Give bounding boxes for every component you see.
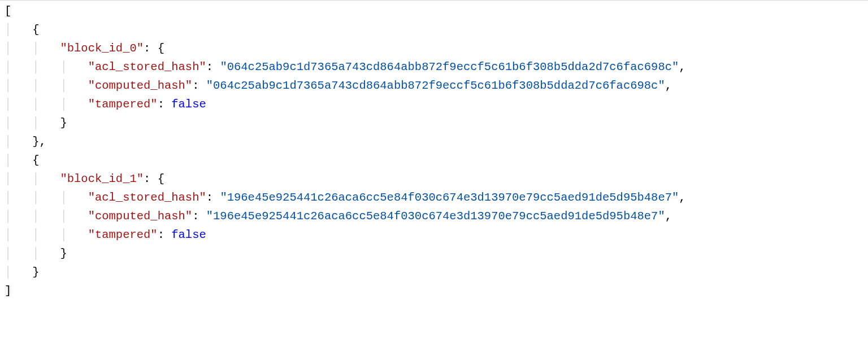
indent-guide: │ │ │ — [5, 98, 88, 111]
indent-guide: │ │ — [5, 172, 60, 185]
indent-guide: │ — [5, 23, 32, 36]
indent-guide: │ │ │ — [5, 228, 88, 241]
indent-guide: │ │ │ — [5, 79, 88, 92]
indent-guide: │ │ — [5, 42, 60, 55]
indent-guide: │ — [5, 135, 32, 148]
json-value-tampered-0: false — [171, 98, 206, 111]
json-comma: , — [665, 79, 672, 92]
json-brace-open: { — [158, 42, 164, 55]
indent-guide: │ │ │ — [5, 60, 88, 73]
json-colon: : — [158, 228, 172, 241]
json-colon: : — [144, 42, 158, 55]
json-value-acl-stored-hash-0: "064c25ab9c1d7365a743cd864abb872f9eccf5c… — [220, 60, 679, 73]
json-output[interactable]: [ │ { │ │ "block_id_0": { │ │ │ "acl_sto… — [0, 1, 868, 301]
json-brace-close: } — [32, 135, 39, 148]
json-key-acl-stored-hash: "acl_stored_hash" — [88, 60, 206, 73]
json-brace-close: } — [32, 266, 39, 279]
json-value-computed-hash-1: "196e45e925441c26aca6cc5e84f030c674e3d13… — [206, 210, 665, 223]
json-brace-close: } — [60, 116, 67, 129]
indent-guide: │ │ — [5, 116, 60, 129]
json-array-close: ] — [5, 284, 11, 297]
json-key-computed-hash: "computed_hash" — [88, 79, 193, 92]
indent-guide: │ — [5, 154, 32, 167]
json-key-computed-hash: "computed_hash" — [88, 210, 193, 223]
json-comma: , — [665, 210, 672, 223]
json-value-computed-hash-0: "064c25ab9c1d7365a743cd864abb872f9eccf5c… — [206, 79, 665, 92]
json-brace-open: { — [32, 154, 39, 167]
json-brace-open: { — [32, 23, 39, 36]
json-comma: , — [40, 135, 46, 148]
json-brace-close: } — [60, 247, 67, 260]
indent-guide: │ │ │ — [5, 191, 88, 204]
json-colon: : — [158, 98, 172, 111]
json-key-block-id-1: "block_id_1" — [60, 172, 144, 185]
indent-guide: │ │ │ — [5, 210, 88, 223]
indent-guide: │ │ — [5, 247, 60, 260]
json-colon: : — [206, 60, 220, 73]
json-brace-open: { — [158, 172, 164, 185]
json-key-tampered: "tampered" — [88, 98, 158, 111]
json-comma: , — [679, 191, 685, 204]
json-colon: : — [144, 172, 158, 185]
json-colon: : — [192, 210, 206, 223]
json-value-tampered-1: false — [171, 228, 206, 241]
json-array-open: [ — [5, 5, 11, 18]
json-key-block-id-0: "block_id_0" — [60, 42, 144, 55]
json-key-acl-stored-hash: "acl_stored_hash" — [88, 191, 206, 204]
json-colon: : — [206, 191, 220, 204]
indent-guide: │ — [5, 266, 32, 279]
json-value-acl-stored-hash-1: "196e45e925441c26aca6cc5e84f030c674e3d13… — [220, 191, 679, 204]
json-colon: : — [192, 79, 206, 92]
json-key-tampered: "tampered" — [88, 228, 158, 241]
json-comma: , — [679, 60, 685, 73]
